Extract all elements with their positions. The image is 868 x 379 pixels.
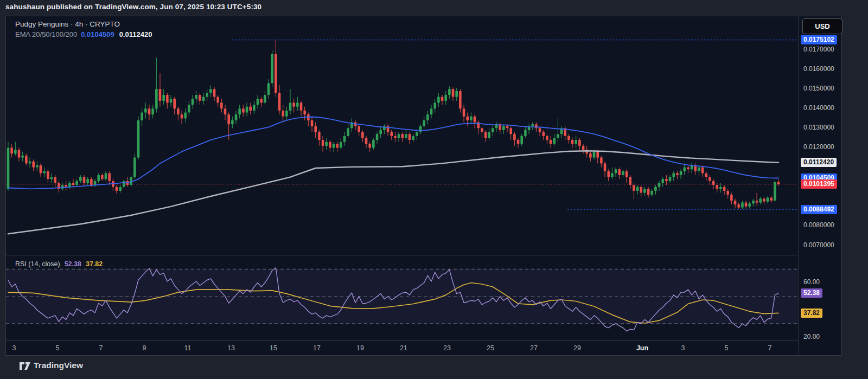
candle-body bbox=[401, 134, 404, 138]
candlestick-chart[interactable] bbox=[6, 16, 798, 355]
time-label: 3 bbox=[681, 344, 685, 352]
symbol-title: Pudgy Penguins · 4h · CRYPTO bbox=[15, 20, 152, 28]
candle-body bbox=[767, 198, 769, 202]
rsi-badge-yellow: 37.82 bbox=[801, 309, 822, 318]
candle-body bbox=[524, 130, 527, 136]
chart-panes[interactable]: Pudgy Penguins · 4h · CRYPTO EMA 20/50/1… bbox=[6, 16, 798, 355]
candle-body bbox=[517, 140, 520, 144]
time-label: 25 bbox=[487, 344, 494, 352]
candle-body bbox=[640, 187, 642, 193]
publisher-bar: sahushaun published on TradingView.com, … bbox=[5, 3, 261, 14]
candle-body bbox=[10, 148, 13, 154]
candle-body bbox=[340, 142, 342, 148]
time-label: 21 bbox=[400, 344, 407, 352]
time-label: 17 bbox=[313, 344, 321, 352]
time-label: 23 bbox=[443, 344, 451, 352]
candle-body bbox=[249, 107, 252, 111]
candle-body bbox=[390, 132, 393, 136]
candle-body bbox=[734, 201, 737, 204]
rsi-indicator-label: RSI (14, close) bbox=[15, 260, 60, 268]
candle-body bbox=[213, 89, 216, 97]
currency-toggle-button[interactable]: USD bbox=[802, 18, 843, 34]
price-tick: 0.0070000 bbox=[803, 241, 834, 249]
candle-body bbox=[622, 171, 624, 175]
candle-body bbox=[47, 171, 49, 179]
rsi-legend: RSI (14, close)52.3837.82 bbox=[15, 260, 103, 268]
candle-body bbox=[25, 156, 28, 163]
candle-body bbox=[553, 138, 556, 144]
candle-body bbox=[278, 93, 281, 110]
time-label: 7 bbox=[99, 344, 103, 352]
candle-body bbox=[546, 136, 548, 140]
candle-body bbox=[231, 120, 234, 124]
tradingview-brand[interactable]: TradingView bbox=[34, 361, 83, 370]
candle-body bbox=[311, 120, 314, 126]
candle-body bbox=[267, 83, 270, 95]
candle-body bbox=[235, 114, 238, 120]
candle-body bbox=[459, 91, 462, 108]
candle-body bbox=[759, 198, 762, 202]
candle-body bbox=[141, 113, 143, 120]
candle-body bbox=[578, 140, 581, 146]
candle-body bbox=[173, 99, 176, 108]
candle-body bbox=[571, 140, 574, 144]
candle-body bbox=[770, 198, 773, 201]
rsi-ma-value: 37.82 bbox=[86, 260, 103, 268]
candle-body bbox=[50, 177, 53, 179]
price-badge-red: 0.0101395 bbox=[801, 179, 837, 189]
price-axis[interactable]: 0.01700000.01600000.01500000.01400000.01… bbox=[798, 16, 842, 355]
candle-body bbox=[336, 144, 339, 147]
candle-body bbox=[719, 187, 722, 189]
candle-body bbox=[7, 148, 10, 189]
tradingview-logo-icon[interactable] bbox=[19, 361, 31, 371]
candle-body bbox=[752, 201, 755, 203]
candle-body bbox=[329, 142, 331, 148]
candle-body bbox=[509, 128, 512, 134]
candle-body bbox=[419, 126, 422, 132]
candle-body bbox=[745, 203, 748, 207]
candle-body bbox=[441, 97, 444, 101]
candle-body bbox=[409, 134, 411, 140]
candle-body bbox=[199, 95, 201, 101]
candle-body bbox=[488, 132, 490, 138]
candle-body bbox=[484, 132, 487, 138]
candle-body bbox=[748, 203, 751, 206]
candle-body bbox=[86, 179, 89, 183]
candle-body bbox=[730, 195, 733, 201]
time-label: 5 bbox=[725, 344, 729, 352]
candle-body bbox=[474, 117, 476, 123]
candle-body bbox=[184, 113, 187, 119]
candle-body bbox=[405, 134, 407, 138]
candle-body bbox=[170, 99, 173, 102]
candle-body bbox=[238, 108, 241, 114]
candle-body bbox=[68, 183, 71, 187]
candle-body bbox=[506, 126, 509, 129]
candle-body bbox=[716, 185, 718, 189]
rsi-badge-purple: 52.38 bbox=[801, 288, 822, 298]
time-label: 15 bbox=[270, 344, 277, 352]
candle-body bbox=[220, 102, 223, 108]
chart-widget[interactable]: Pudgy Penguins · 4h · CRYPTO EMA 20/50/1… bbox=[5, 16, 842, 356]
candle-body bbox=[119, 187, 122, 191]
candle-body bbox=[416, 132, 418, 136]
candle-body bbox=[133, 158, 136, 177]
candle-body bbox=[54, 177, 56, 183]
candle-body bbox=[444, 95, 447, 101]
candle-body bbox=[282, 111, 284, 117]
candle-body bbox=[32, 162, 35, 168]
price-tick: 0.0150000 bbox=[803, 85, 834, 92]
candle-body bbox=[155, 89, 158, 108]
candle-body bbox=[257, 99, 259, 105]
candle-body bbox=[130, 177, 132, 185]
candle-body bbox=[629, 177, 631, 185]
candle-body bbox=[296, 102, 299, 106]
candle-body bbox=[14, 150, 17, 153]
candle-body bbox=[607, 171, 610, 177]
rsi-main-value: 52.38 bbox=[65, 260, 81, 268]
candle-body bbox=[209, 89, 212, 93]
candle-body bbox=[676, 173, 679, 175]
candle-body bbox=[423, 120, 425, 126]
time-axis[interactable]: 357911131517192123252729Jun357 bbox=[6, 341, 798, 356]
price-badge-blue: 0.0175102 bbox=[801, 35, 837, 44]
footer-bar: TradingView bbox=[0, 356, 868, 379]
